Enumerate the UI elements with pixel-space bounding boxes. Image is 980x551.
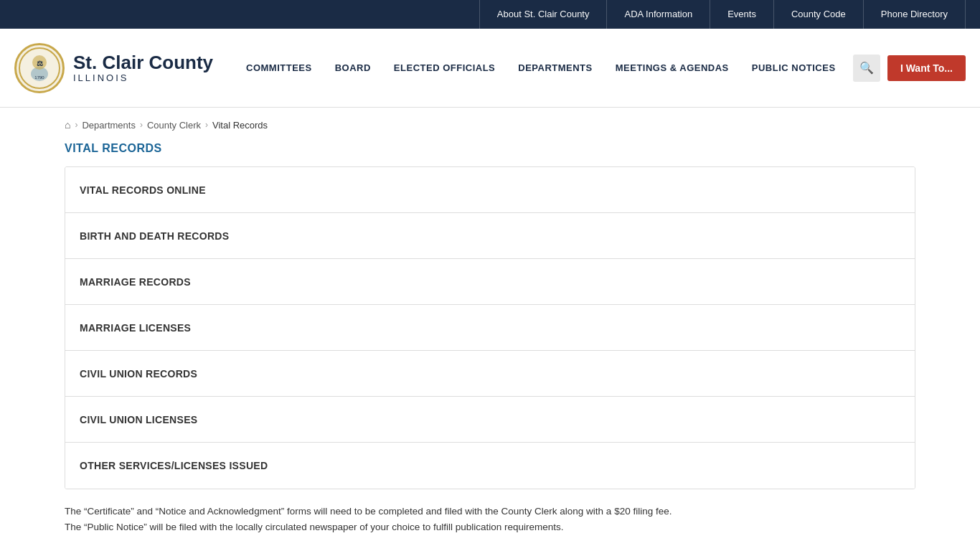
topbar-link-county-code[interactable]: County Code bbox=[774, 0, 864, 29]
county-name: St. Clair County bbox=[73, 52, 213, 73]
breadcrumb: ⌂ › Departments › County Clerk › Vital R… bbox=[0, 108, 980, 142]
accordion-item-birth-death[interactable]: BIRTH AND DEATH RECORDS bbox=[65, 213, 915, 259]
accordion-label-vital-records-online: VITAL RECORDS ONLINE bbox=[80, 184, 206, 196]
accordion-label-marriage-records: MARRIAGE RECORDS bbox=[80, 276, 191, 288]
topbar-link-about[interactable]: About St. Clair County bbox=[479, 0, 608, 29]
top-bar: About St. Clair CountyADA InformationEve… bbox=[0, 0, 980, 29]
header: ⚖ 1790 St. Clair County ILLINOIS COMMITT… bbox=[0, 29, 980, 108]
iwant-button[interactable]: I Want To... bbox=[887, 55, 966, 81]
main-nav: COMMITTEESBOARDELECTED OFFICIALSDEPARTME… bbox=[235, 62, 853, 73]
topbar-link-ada[interactable]: ADA Information bbox=[607, 0, 710, 29]
logo-text: St. Clair County ILLINOIS bbox=[73, 52, 213, 84]
home-icon: ⌂ bbox=[65, 119, 70, 131]
nav-item-public-notices[interactable]: PUBLIC NOTICES bbox=[740, 62, 847, 73]
accordion-label-marriage-licenses: MARRIAGE LICENSES bbox=[80, 322, 191, 334]
accordion-item-marriage-licenses[interactable]: MARRIAGE LICENSES bbox=[65, 305, 915, 351]
accordion-label-birth-death: BIRTH AND DEATH RECORDS bbox=[80, 230, 229, 242]
breadcrumb-sep-2: › bbox=[205, 120, 208, 130]
topbar-link-events[interactable]: Events bbox=[710, 0, 774, 29]
logo-link[interactable]: ⚖ 1790 St. Clair County ILLINOIS bbox=[14, 43, 213, 93]
page-title: VITAL RECORDS bbox=[65, 142, 915, 155]
state-name: ILLINOIS bbox=[73, 72, 213, 83]
footer-note-line2: The “Public Notice” will be filed with t… bbox=[65, 519, 915, 535]
breadcrumb-departments[interactable]: Departments bbox=[82, 120, 135, 131]
search-icon: 🔍 bbox=[859, 61, 874, 75]
accordion-item-vital-records-online[interactable]: VITAL RECORDS ONLINE bbox=[65, 167, 915, 213]
nav-item-meetings[interactable]: MEETINGS & AGENDAS bbox=[604, 62, 740, 73]
accordion-item-marriage-records[interactable]: MARRIAGE RECORDS bbox=[65, 259, 915, 305]
accordion-list: VITAL RECORDS ONLINEBIRTH AND DEATH RECO… bbox=[65, 166, 915, 489]
breadcrumb-county-clerk[interactable]: County Clerk bbox=[147, 120, 201, 131]
accordion-label-civil-union-records: CIVIL UNION RECORDS bbox=[80, 368, 197, 380]
content-area: VITAL RECORDS VITAL RECORDS ONLINEBIRTH … bbox=[0, 142, 980, 551]
footer-note: The “Certificate” and “Notice and Acknow… bbox=[65, 504, 915, 542]
svg-text:⚖: ⚖ bbox=[37, 60, 43, 67]
logo-circle: ⚖ 1790 bbox=[14, 43, 65, 93]
accordion-item-civil-union-licenses[interactable]: CIVIL UNION LICENSES bbox=[65, 397, 915, 443]
nav-actions: 🔍 I Want To... bbox=[853, 55, 966, 82]
nav-item-board[interactable]: BOARD bbox=[324, 62, 382, 73]
accordion-item-civil-union-records[interactable]: CIVIL UNION RECORDS bbox=[65, 351, 915, 397]
breadcrumb-sep-1: › bbox=[140, 120, 143, 130]
footer-note-line1: The “Certificate” and “Notice and Acknow… bbox=[65, 504, 915, 519]
breadcrumb-sep-0: › bbox=[75, 120, 77, 130]
breadcrumb-current: Vital Records bbox=[212, 120, 268, 131]
topbar-link-phone-directory[interactable]: Phone Directory bbox=[864, 0, 966, 29]
nav-item-committees[interactable]: COMMITTEES bbox=[235, 62, 324, 73]
accordion-item-other-services[interactable]: OTHER SERVICES/LICENSES ISSUED bbox=[65, 443, 915, 489]
accordion-label-other-services: OTHER SERVICES/LICENSES ISSUED bbox=[80, 460, 268, 471]
svg-text:1790: 1790 bbox=[34, 75, 44, 80]
nav-item-elected-officials[interactable]: ELECTED OFFICIALS bbox=[382, 62, 507, 73]
search-button[interactable]: 🔍 bbox=[853, 55, 880, 82]
accordion-label-civil-union-licenses: CIVIL UNION LICENSES bbox=[80, 414, 197, 425]
nav-item-departments[interactable]: DEPARTMENTS bbox=[507, 62, 603, 73]
